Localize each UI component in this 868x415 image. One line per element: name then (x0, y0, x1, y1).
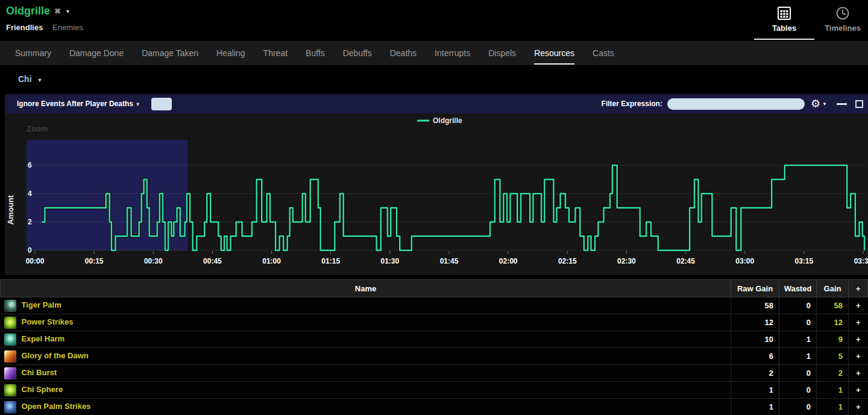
nav-tab-casts[interactable]: Casts (583, 41, 623, 65)
x-tick-label: 02:00 (499, 257, 518, 265)
filter-expression-input[interactable] (667, 98, 805, 110)
tab-timelines[interactable]: Timelines (817, 5, 868, 33)
column-header-gain[interactable]: Gain (817, 280, 849, 297)
table-row[interactable]: Chi Burst202+ (1, 365, 868, 382)
x-tick-label: 03:30 (854, 257, 868, 265)
nav-tab-resources[interactable]: Resources (525, 41, 583, 65)
nav-tab-threat[interactable]: Threat (254, 41, 297, 65)
nav-tab-label: Deaths (390, 48, 417, 58)
ability-name-link[interactable]: Tiger Palm (22, 300, 61, 309)
column-header-expand[interactable]: + (849, 280, 868, 297)
target-name[interactable]: Oldgrille (6, 5, 50, 17)
table-row[interactable]: Chi Sphere101+ (1, 382, 868, 399)
resource-chart[interactable]: 00:0000:1500:3000:4501:0001:1501:3001:45… (5, 113, 868, 275)
wasted-value: 1 (779, 331, 817, 348)
top-bar: Oldgrille ✖ ▼ Friendlies Enemies Tables … (0, 0, 868, 41)
resource-dropdown[interactable]: Chi ▼ (18, 74, 42, 84)
y-tick-label: 4 (28, 189, 32, 198)
y-axis-title: Amount (6, 195, 15, 225)
nav-tab-debuffs[interactable]: Debuffs (334, 41, 381, 65)
nav-tab-buffs[interactable]: Buffs (297, 41, 334, 65)
ability-name-link[interactable]: Chi Sphere (22, 385, 63, 394)
nav-tab-summary[interactable]: Summary (6, 41, 60, 65)
close-target-icon[interactable]: ✖ (54, 7, 61, 16)
gain-value: 58 (817, 297, 849, 314)
table-row[interactable]: Open Palm Strikes101+ (1, 399, 868, 415)
raw-gain-value: 2 (731, 365, 779, 382)
expand-row-button[interactable]: + (849, 382, 868, 399)
nav-tab-damage-done[interactable]: Damage Done (60, 41, 133, 65)
tab-tables[interactable]: Tables (754, 5, 814, 33)
table-header-row: Name Raw Gain Wasted Gain + (1, 280, 868, 297)
chi-sphere-icon (4, 384, 17, 397)
nav-tab-healing[interactable]: Healing (207, 41, 254, 65)
nav-tab-dispels[interactable]: Dispels (479, 41, 525, 65)
legend-label[interactable]: Oldgrille (433, 116, 462, 125)
zoom-label: Zoom (27, 124, 48, 133)
x-tick-label: 00:45 (203, 257, 222, 265)
x-tick-label: 01:00 (262, 257, 281, 265)
wasted-value: 0 (779, 382, 817, 399)
expand-row-button[interactable]: + (849, 365, 868, 382)
nav-tab-deaths[interactable]: Deaths (381, 41, 426, 65)
gain-value: 1 (817, 399, 849, 415)
minimize-button[interactable] (837, 103, 847, 105)
wasted-value: 0 (779, 297, 817, 314)
x-tick-label: 00:15 (85, 257, 104, 265)
x-tick-label: 02:15 (558, 257, 577, 265)
expand-row-button[interactable]: + (849, 314, 868, 331)
nav-tab-label: Damage Taken (142, 48, 198, 58)
nav-tab-interrupts[interactable]: Interrupts (426, 41, 479, 65)
ignore-deaths-label: Ignore Events After Player Deaths (17, 100, 133, 108)
resource-dropdown-label: Chi (18, 74, 32, 84)
ability-name-link[interactable]: Open Palm Strikes (22, 402, 91, 411)
report-nav-bar: SummaryDamage DoneDamage TakenHealingThr… (0, 41, 868, 65)
wasted-value: 0 (779, 365, 817, 382)
nav-tab-label: Interrupts (435, 48, 470, 58)
y-tick-label: 2 (28, 218, 32, 226)
gain-value: 1 (817, 382, 849, 399)
friendlies-tab[interactable]: Friendlies (6, 23, 43, 32)
expand-row-button[interactable]: + (849, 348, 868, 365)
power-strikes-icon (4, 316, 17, 329)
target-dropdown-caret-icon[interactable]: ▼ (65, 8, 71, 14)
gear-caret-icon[interactable]: ▼ (822, 101, 827, 107)
nav-tab-label: Threat (263, 48, 288, 58)
nav-tab-label: Buffs (306, 48, 325, 58)
nav-tab-label: Dispels (488, 48, 516, 58)
x-tick-label: 00:30 (144, 257, 163, 265)
chi-burst-icon (4, 367, 17, 380)
gear-icon[interactable]: ⚙ (811, 97, 820, 110)
raw-gain-value: 6 (731, 348, 779, 365)
resource-selector-row: Chi ▼ (0, 65, 868, 93)
expel-harm-icon (4, 333, 17, 346)
table-row[interactable]: Tiger Palm58058+ (1, 297, 868, 314)
ability-name-link[interactable]: Glory of the Dawn (22, 351, 89, 360)
ability-name-link[interactable]: Expel Harm (22, 334, 65, 343)
enemies-tab[interactable]: Enemies (52, 23, 83, 32)
table-row[interactable]: Glory of the Dawn615+ (1, 348, 868, 365)
nav-tab-list: SummaryDamage DoneDamage TakenHealingThr… (0, 41, 868, 65)
x-tick-label: 01:15 (321, 257, 340, 265)
expand-row-button[interactable]: + (849, 331, 868, 348)
x-tick-label: 00:00 (26, 257, 45, 265)
ignore-deaths-input[interactable] (151, 98, 172, 110)
nav-tab-damage-taken[interactable]: Damage Taken (133, 41, 207, 65)
table-row[interactable]: Expel Harm1019+ (1, 331, 868, 348)
column-header-wasted[interactable]: Wasted (779, 280, 817, 297)
column-header-name[interactable]: Name (1, 280, 731, 297)
y-tick-label: 6 (28, 161, 32, 169)
nav-tab-label: Healing (216, 48, 245, 58)
raw-gain-value: 12 (731, 314, 779, 331)
gain-value: 5 (817, 348, 849, 365)
expand-row-button[interactable]: + (849, 399, 868, 415)
column-header-raw-gain[interactable]: Raw Gain (731, 280, 779, 297)
ability-name-link[interactable]: Chi Burst (22, 368, 57, 377)
ability-name-link[interactable]: Power Strikes (22, 317, 74, 326)
expand-row-button[interactable]: + (849, 297, 868, 314)
ignore-deaths-caret-icon: ▼ (135, 101, 140, 107)
resource-dropdown-caret-icon: ▼ (37, 77, 42, 83)
table-row[interactable]: Power Strikes12012+ (1, 314, 868, 331)
ignore-deaths-dropdown[interactable]: Ignore Events After Player Deaths ▼ (17, 100, 140, 108)
maximize-button[interactable] (855, 100, 863, 108)
